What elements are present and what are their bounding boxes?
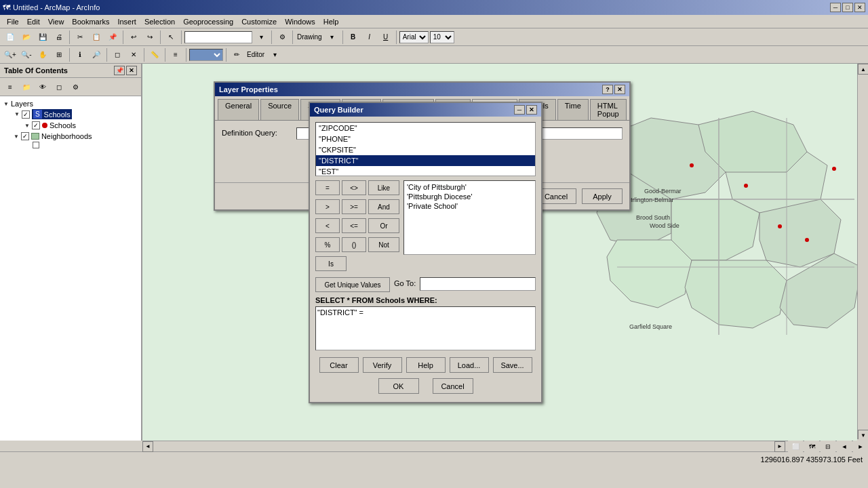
pan-btn[interactable]: ✋ [35, 47, 50, 62]
toc-list-btn[interactable]: ≡ [3, 79, 18, 94]
toc-layers-header[interactable]: ▼ Layers [3, 99, 138, 108]
toc-close-btn[interactable]: ✕ [126, 66, 137, 75]
identify-btn[interactable]: ℹ [73, 47, 87, 62]
paste-btn[interactable]: 📌 [105, 30, 120, 45]
clear-select-btn[interactable]: ✕ [126, 47, 141, 62]
copy-btn[interactable]: 📋 [89, 30, 104, 45]
qb-help-btn[interactable]: Help [406, 357, 446, 373]
select-btn[interactable]: ◻ [110, 47, 125, 62]
qb-values-list[interactable]: 'City of Pittsburgh' 'Pittsburgh Diocese… [403, 180, 536, 255]
qb-sql-area[interactable]: "DISTRICT" = [315, 306, 536, 350]
scroll-up-btn[interactable]: ▲ [858, 64, 868, 75]
undo-btn[interactable]: ↩ [126, 30, 141, 45]
menu-file[interactable]: File [3, 16, 23, 27]
scale-input[interactable]: 1:109,076 [184, 31, 252, 43]
font-select[interactable]: Arial [399, 31, 429, 43]
qb-get-unique-btn[interactable]: Get Unique Values [315, 277, 390, 292]
qb-close-btn[interactable]: ✕ [526, 105, 537, 115]
new-btn[interactable]: 📄 [3, 30, 18, 45]
prev-extent-btn[interactable]: ◄ [837, 439, 852, 454]
print-btn[interactable]: 🖨 [52, 30, 66, 45]
scroll-right-btn[interactable]: ► [774, 441, 785, 452]
toc-schools-group-header[interactable]: ▼ S Schools [14, 108, 138, 120]
open-btn[interactable]: 📂 [19, 30, 34, 45]
schools-group-checkbox[interactable] [22, 110, 30, 119]
menu-view[interactable]: View [44, 16, 68, 27]
qb-field-phone[interactable]: "PHONE" [316, 134, 535, 144]
qb-clear-btn[interactable]: Clear [319, 357, 359, 373]
qb-value-pittsburgh[interactable]: 'City of Pittsburgh' [406, 182, 534, 192]
menu-customize[interactable]: Customize [237, 16, 281, 27]
qb-op-lt[interactable]: < [315, 218, 340, 233]
qb-value-private[interactable]: 'Private School' [406, 201, 534, 211]
measure-btn[interactable]: 📏 [147, 47, 162, 62]
find-btn[interactable]: 🔎 [89, 47, 104, 62]
zoom-in-btn[interactable]: 🔍+ [3, 47, 18, 62]
toc-schools-sub-row[interactable]: ▼ Schools [24, 121, 138, 129]
toc-options-btn[interactable]: ⚙ [68, 79, 83, 94]
minimize-button[interactable]: ─ [830, 3, 841, 12]
scale-dropdown[interactable]: ▾ [254, 30, 269, 45]
tab-general[interactable]: General [218, 99, 259, 120]
full-extent-btn[interactable]: ⊞ [52, 47, 66, 62]
toc-visible-btn[interactable]: 👁 [35, 79, 50, 94]
drawing-dropdown[interactable]: ▾ [325, 30, 340, 45]
menu-edit[interactable]: Edit [23, 16, 44, 27]
overview-btn[interactable]: ⊟ [821, 439, 835, 454]
toc-select-btn[interactable]: ◻ [52, 79, 66, 94]
lp-apply-btn[interactable]: Apply [582, 188, 623, 204]
tools-btn[interactable]: ⚙ [275, 30, 290, 45]
tab-html-popup[interactable]: HTML Popup [590, 99, 627, 120]
qb-op-gt[interactable]: > [315, 199, 340, 214]
layer-control-btn[interactable]: ≡ [168, 47, 183, 62]
underline-btn[interactable]: U [378, 30, 393, 45]
lp-help-btn[interactable]: ? [602, 85, 613, 94]
toc-schools-group-label[interactable]: S Schools [32, 109, 72, 119]
qb-title-buttons[interactable]: ─ ✕ [514, 105, 537, 115]
lp-titlebar-btns[interactable]: ? ✕ [602, 85, 625, 94]
qb-field-zipcode[interactable]: "ZIPCODE" [316, 123, 535, 134]
lp-close-btn[interactable]: ✕ [614, 85, 625, 94]
cut-btn[interactable]: ✂ [73, 30, 87, 45]
qb-cancel-btn[interactable]: Cancel [433, 378, 473, 394]
qb-op-is[interactable]: Is [315, 256, 347, 271]
toc-neighborhoods-row[interactable]: ▼ Neighborhoods [14, 132, 138, 140]
schools-sub-checkbox[interactable] [32, 121, 40, 129]
qb-op-lte[interactable]: <= [342, 218, 366, 233]
qb-field-ckpsite[interactable]: "CKPSITE" [316, 144, 535, 155]
next-extent-btn[interactable]: ► [853, 439, 868, 454]
tab-source[interactable]: Source [260, 99, 299, 120]
font-size-select[interactable]: 10 [430, 31, 454, 43]
menu-bookmarks[interactable]: Bookmarks [68, 16, 113, 27]
tab-time[interactable]: Time [557, 99, 589, 120]
scroll-left-btn[interactable]: ◄ [142, 441, 153, 452]
zoom-out-btn[interactable]: 🔍- [19, 47, 34, 62]
bold-btn[interactable]: B [346, 30, 361, 45]
qb-op-neq[interactable]: <> [342, 180, 366, 195]
qb-op-and[interactable]: And [368, 199, 399, 214]
title-bar-right[interactable]: ─ □ ✕ [830, 3, 865, 12]
layout-view-btn[interactable]: ⬜ [788, 439, 803, 454]
qb-verify-btn[interactable]: Verify [363, 357, 402, 373]
qb-op-gte[interactable]: >= [342, 199, 366, 214]
data-view-btn[interactable]: 🗺 [804, 439, 819, 454]
qb-load-btn[interactable]: Load... [450, 357, 489, 373]
menu-selection[interactable]: Selection [140, 16, 179, 27]
qb-fields-list[interactable]: "ZIPCODE" "PHONE" "CKPSITE" "DISTRICT" "… [315, 122, 536, 176]
editor-dropdown[interactable]: ▾ [267, 47, 282, 62]
qb-field-district[interactable]: "DISTRICT" [316, 155, 535, 166]
menu-help[interactable]: Help [319, 16, 343, 27]
qb-save-btn[interactable]: Save... [493, 357, 532, 373]
right-scrollbar[interactable]: ▲ ▼ [857, 64, 868, 441]
menu-insert[interactable]: Insert [113, 16, 140, 27]
maximize-button[interactable]: □ [842, 3, 853, 12]
qb-goto-input[interactable] [420, 277, 536, 291]
menu-windows[interactable]: Windows [281, 16, 319, 27]
qb-minimize-btn[interactable]: ─ [514, 105, 525, 115]
close-button[interactable]: ✕ [854, 3, 865, 12]
italic-btn[interactable]: I [362, 30, 377, 45]
qb-op-parens[interactable]: () [342, 237, 366, 252]
qb-op-eq[interactable]: = [315, 180, 340, 195]
pointer-btn[interactable]: ↖ [163, 30, 178, 45]
qb-ok-btn[interactable]: OK [378, 378, 419, 394]
